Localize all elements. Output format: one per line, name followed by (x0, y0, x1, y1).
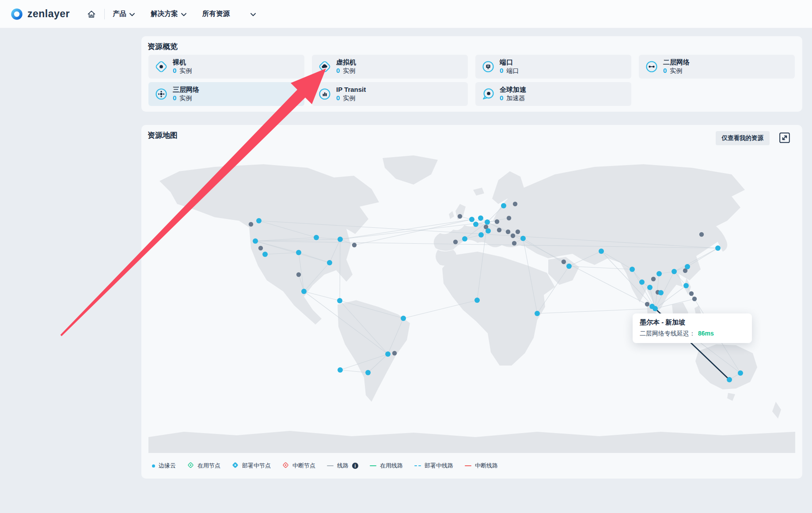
tile-layer3-network[interactable]: 三层网络0实例 (148, 82, 304, 106)
map-node-edge-cloud[interactable] (501, 203, 506, 208)
map-node-pop[interactable] (392, 351, 397, 355)
map-node-edge-cloud[interactable] (647, 285, 653, 290)
resource-overview-section: 资源概览 裸机0实例虚拟机0实例端口0端口二层网络0实例三层网络0实例IP Tr… (141, 36, 802, 112)
tile-count: 0 (336, 67, 340, 74)
map-node-pop[interactable] (507, 216, 511, 220)
nav-item-label: 产品 (113, 9, 126, 19)
map-node-edge-cloud[interactable] (301, 289, 307, 294)
tile-port[interactable]: 端口0端口 (475, 55, 631, 79)
resource-map-section: 资源地图 仅查看我的资源 (141, 125, 802, 479)
map-node-edge-cloud[interactable] (327, 260, 332, 265)
tile-count: 0 (173, 67, 176, 74)
map-node-pop[interactable] (562, 260, 566, 264)
map-node-edge-cloud[interactable] (296, 250, 301, 255)
map-node-edge-cloud[interactable] (656, 271, 662, 276)
map-node-edge-cloud[interactable] (672, 269, 677, 274)
map-node-edge-cloud[interactable] (473, 222, 478, 227)
map-node-edge-cloud[interactable] (478, 232, 484, 238)
map-node-pop[interactable] (258, 246, 263, 250)
legend-label: 在用节点 (197, 462, 220, 470)
map-node-pop[interactable] (506, 230, 510, 234)
map-node-edge-cloud[interactable] (262, 252, 268, 257)
legend-label: 部署中线路 (425, 462, 453, 470)
only-my-resources-button[interactable]: 仅查看我的资源 (716, 131, 770, 145)
legend-item-部署中线路: 部署中线路 (414, 462, 453, 470)
line-swatch-icon (465, 465, 471, 467)
tile-virtual-machine[interactable]: 虚拟机0实例 (312, 55, 468, 79)
map-node-edge-cloud[interactable] (314, 235, 319, 240)
map-node-edge-cloud[interactable] (401, 316, 406, 321)
map-node-edge-cloud[interactable] (653, 306, 658, 311)
map-node-edge-cloud[interactable] (253, 238, 258, 244)
tile-unit: 实例 (179, 67, 192, 74)
map-node-pop[interactable] (296, 272, 301, 277)
map-node-pop[interactable] (513, 202, 517, 206)
tile-unit: 加速器 (506, 94, 525, 102)
tile-global-accelerator[interactable]: 全球加速0加速器 (475, 82, 631, 106)
map-node-pop[interactable] (516, 230, 520, 234)
map-node-pop[interactable] (699, 232, 704, 237)
map-node-pop[interactable] (692, 297, 697, 301)
legend-label: 中断节点 (292, 462, 315, 470)
map-node-pop[interactable] (497, 228, 501, 232)
map-node-edge-cloud[interactable] (658, 290, 664, 295)
map-node-edge-cloud[interactable] (639, 279, 645, 285)
map-node-edge-cloud[interactable] (365, 370, 371, 375)
zenlayer-logo[interactable]: zenlayer (11, 8, 70, 20)
map-node-edge-cloud[interactable] (462, 236, 467, 241)
layer3-network-icon (154, 87, 168, 101)
map-node-edge-cloud[interactable] (738, 370, 743, 376)
tile-bare-metal[interactable]: 裸机0实例 (148, 55, 304, 79)
map-node-pop[interactable] (453, 240, 458, 244)
map-node-pop[interactable] (511, 234, 515, 238)
map-node-edge-cloud[interactable] (727, 377, 732, 382)
map-node-pop[interactable] (651, 277, 656, 281)
map-node-edge-cloud[interactable] (715, 245, 721, 251)
nav-item-solutions[interactable]: 解决方案 (151, 9, 186, 19)
legend-item-在用线路: 在用线路 (370, 462, 403, 470)
map-node-edge-cloud[interactable] (256, 218, 262, 223)
map-edge (304, 291, 340, 301)
map-node-pop[interactable] (689, 291, 694, 296)
map-node-pop[interactable] (458, 214, 462, 219)
resource-map-svg (148, 155, 795, 453)
map-node-edge-cloud[interactable] (486, 228, 491, 234)
map-node-edge-cloud[interactable] (337, 298, 342, 303)
map-node-edge-cloud[interactable] (599, 249, 604, 254)
map-node-edge-cloud[interactable] (683, 283, 689, 288)
tile-unit: 实例 (343, 67, 355, 74)
map-node-edge-cloud[interactable] (520, 236, 526, 241)
map-node-edge-cloud[interactable] (338, 237, 343, 242)
tile-count: 0 (663, 67, 667, 74)
nav-item-all-resources[interactable]: 所有资源 (202, 9, 256, 19)
info-icon[interactable]: i (352, 463, 358, 469)
nav-divider (104, 9, 105, 19)
nav-item-products[interactable]: 产品 (113, 9, 135, 19)
legend-label: 线路 (337, 462, 349, 470)
tile-name: 二层网络 (663, 58, 690, 67)
map-node-pop[interactable] (352, 243, 357, 247)
map-node-pop[interactable] (645, 302, 649, 306)
tile-ip-transit[interactable]: IP Transit0实例 (312, 82, 468, 106)
map-node-edge-cloud[interactable] (469, 217, 474, 222)
legend-item-线路: 线路i (327, 462, 358, 470)
tile-unit: 实例 (343, 94, 355, 102)
legend-label: 边缘云 (159, 462, 176, 470)
expand-map-button[interactable] (778, 132, 791, 144)
map-node-edge-cloud[interactable] (478, 215, 483, 221)
legend-label: 中断线路 (475, 462, 498, 470)
line-swatch-icon (370, 465, 376, 467)
map-node-edge-cloud[interactable] (474, 298, 480, 303)
map-node-pop[interactable] (512, 241, 516, 245)
map-node-pop[interactable] (249, 222, 253, 226)
map-node-pop[interactable] (495, 219, 499, 224)
map-node-edge-cloud[interactable] (630, 267, 635, 272)
map-node-edge-cloud[interactable] (685, 264, 690, 269)
map-node-edge-cloud[interactable] (566, 264, 572, 269)
map-node-edge-cloud[interactable] (485, 219, 490, 225)
map-node-edge-cloud[interactable] (338, 367, 343, 373)
map-node-edge-cloud[interactable] (535, 311, 540, 316)
home-button[interactable] (87, 9, 96, 19)
map-node-edge-cloud[interactable] (385, 351, 391, 357)
tile-layer2-network[interactable]: 二层网络0实例 (639, 55, 795, 79)
